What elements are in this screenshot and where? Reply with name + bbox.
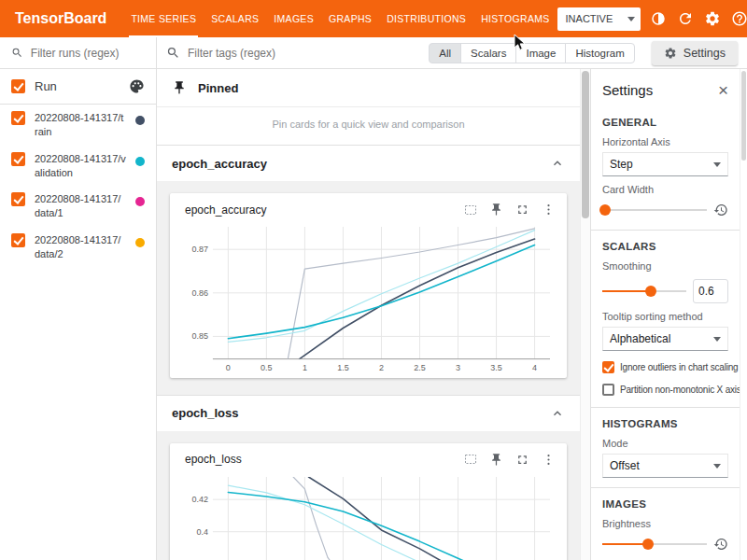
card-width-reset-icon[interactable] <box>713 203 728 217</box>
filter-runs-input[interactable] <box>31 47 145 60</box>
fit-domain-icon[interactable] <box>464 203 477 217</box>
settings-button[interactable]: Settings <box>652 41 738 65</box>
ignore-outliers-checkbox[interactable] <box>602 361 614 373</box>
tab-images[interactable]: IMAGES <box>266 0 321 37</box>
settings-section-general: GENERAL Horizontal Axis Step Card Width <box>591 106 740 230</box>
svg-text:3: 3 <box>456 363 460 372</box>
section-epoch-accuracy-header[interactable]: epoch_accuracy <box>157 146 580 181</box>
chevron-down-icon <box>713 464 721 469</box>
section-epoch-loss: epoch_loss epoch_loss <box>157 395 580 560</box>
card-width-slider[interactable] <box>602 203 707 217</box>
settings-title: Settings <box>602 82 653 98</box>
help-icon[interactable] <box>730 9 747 28</box>
app-header: TensorBoard TIME SERIESSCALARSIMAGESGRAP… <box>0 0 747 37</box>
filter-chip-histogram[interactable]: Histogram <box>565 43 634 63</box>
scalars-heading: SCALARS <box>602 241 728 252</box>
histogram-mode-label: Mode <box>602 438 728 449</box>
panel-scrollbar[interactable] <box>740 69 747 560</box>
chevron-down-icon <box>627 17 635 21</box>
filter-tags-input[interactable] <box>188 47 421 60</box>
fullscreen-icon[interactable] <box>515 203 529 217</box>
chart-epoch-accuracy[interactable]: 0.850.860.8700.511.522.533.54 <box>177 219 559 376</box>
ignore-outliers-row[interactable]: Ignore outliers in chart scaling <box>602 361 728 373</box>
section-epoch-loss-header[interactable]: epoch_loss <box>157 396 580 431</box>
refresh-icon[interactable] <box>676 9 695 28</box>
run-row[interactable]: 20220808-141317/validation <box>0 146 156 187</box>
palette-icon[interactable] <box>129 78 145 94</box>
run-checkbox[interactable] <box>11 111 25 125</box>
pin-card-icon[interactable] <box>489 453 503 467</box>
tag-filter-chips: AllScalarsImageHistogram <box>429 43 635 63</box>
filter-chip-all[interactable]: All <box>429 43 461 63</box>
chevron-up-icon[interactable] <box>550 406 565 421</box>
pin-card-icon[interactable] <box>489 203 503 217</box>
header-controls: INACTIVE <box>557 7 747 31</box>
chevron-down-icon <box>713 162 721 167</box>
select-all-runs-checkbox[interactable] <box>11 79 25 93</box>
smoothing-label: Smoothing <box>602 260 728 272</box>
run-name: 20220808-141317/data/1 <box>35 192 126 220</box>
horizontal-axis-select[interactable]: Step <box>602 152 728 176</box>
svg-text:0.5: 0.5 <box>261 363 272 372</box>
run-checkbox[interactable] <box>11 233 25 247</box>
filter-chip-scalars[interactable]: Scalars <box>460 43 516 63</box>
partition-x-row[interactable]: Partition non-monotonic X axis <box>602 384 728 396</box>
tensorboard-app: TensorBoard TIME SERIESSCALARSIMAGESGRAP… <box>0 0 747 560</box>
svg-text:2: 2 <box>379 363 384 372</box>
run-color-dot <box>135 157 145 166</box>
svg-text:0.86: 0.86 <box>191 288 207 298</box>
main-scrollbar[interactable] <box>580 69 590 560</box>
run-row[interactable]: 20220808-141317/data/1 <box>0 186 156 227</box>
more-options-icon[interactable] <box>542 453 556 467</box>
scalar-card-epoch-accuracy: epoch_accuracy 0.850.860.8700.511.522.53… <box>170 193 567 378</box>
ignore-outliers-label: Ignore outliers in chart scaling <box>620 362 738 372</box>
tab-graphs[interactable]: GRAPHS <box>321 0 379 37</box>
tab-distributions[interactable]: DISTRIBUTIONS <box>379 0 473 37</box>
scalar-card-epoch-loss: epoch_loss 0.360.380.40.4200.511.522.533… <box>170 443 567 560</box>
brightness-reset-icon[interactable] <box>713 537 728 552</box>
svg-text:0.42: 0.42 <box>191 495 207 504</box>
images-heading: IMAGES <box>602 498 728 510</box>
run-name: 20220808-141317/data/2 <box>35 233 126 261</box>
tensorboard-logo: TensorBoard <box>0 10 123 27</box>
run-color-dot <box>135 116 145 125</box>
cards-area: Pinned Pin cards for a quick view and co… <box>157 69 580 560</box>
more-options-icon[interactable] <box>542 203 556 217</box>
svg-text:1: 1 <box>303 363 307 372</box>
status-dropdown[interactable]: INACTIVE <box>557 7 641 31</box>
tooltip-sorting-select[interactable]: Alphabetical <box>602 327 728 351</box>
tab-scalars[interactable]: SCALARS <box>204 0 266 37</box>
smoothing-input[interactable] <box>693 279 728 303</box>
close-settings-icon[interactable]: × <box>718 81 728 99</box>
chart-epoch-loss[interactable]: 0.360.380.40.4200.511.522.533.54 <box>177 469 559 560</box>
run-list: 20220808-141317/train20220808-141317/val… <box>0 105 156 268</box>
run-row[interactable]: 20220808-141317/train <box>0 105 156 146</box>
horizontal-axis-label: Horizontal Axis <box>602 136 728 147</box>
filter-chip-image[interactable]: Image <box>515 43 566 63</box>
run-checkbox[interactable] <box>11 192 25 206</box>
run-checkbox[interactable] <box>11 152 25 166</box>
smoothing-slider[interactable] <box>602 285 686 298</box>
fit-domain-icon[interactable] <box>464 453 477 466</box>
dark-mode-toggle-icon[interactable] <box>649 9 668 28</box>
tab-time-series[interactable]: TIME SERIES <box>123 0 204 37</box>
search-icon <box>166 46 180 60</box>
gear-icon <box>664 47 677 60</box>
run-row[interactable]: 20220808-141317/data/2 <box>0 227 156 268</box>
tab-histograms[interactable]: HISTOGRAMS <box>473 0 557 37</box>
brightness-slider[interactable] <box>602 538 707 551</box>
pinned-empty-text: Pin cards for a quick view and compariso… <box>157 107 580 146</box>
histograms-heading: HISTOGRAMS <box>602 418 728 429</box>
pinned-label: Pinned <box>198 81 238 95</box>
settings-gear-icon[interactable] <box>703 9 722 28</box>
partition-x-checkbox[interactable] <box>602 384 614 396</box>
nav-tabs: TIME SERIESSCALARSIMAGESGRAPHSDISTRIBUTI… <box>123 0 557 37</box>
chevron-up-icon[interactable] <box>550 156 565 171</box>
section-title: epoch_loss <box>172 406 239 420</box>
fullscreen-icon[interactable] <box>515 453 529 467</box>
chevron-down-icon <box>713 337 721 342</box>
histogram-mode-select[interactable]: Offset <box>602 454 728 478</box>
svg-text:1.5: 1.5 <box>337 363 348 372</box>
general-heading: GENERAL <box>602 117 728 128</box>
section-epoch-accuracy: epoch_accuracy epoch_accuracy <box>157 146 580 395</box>
